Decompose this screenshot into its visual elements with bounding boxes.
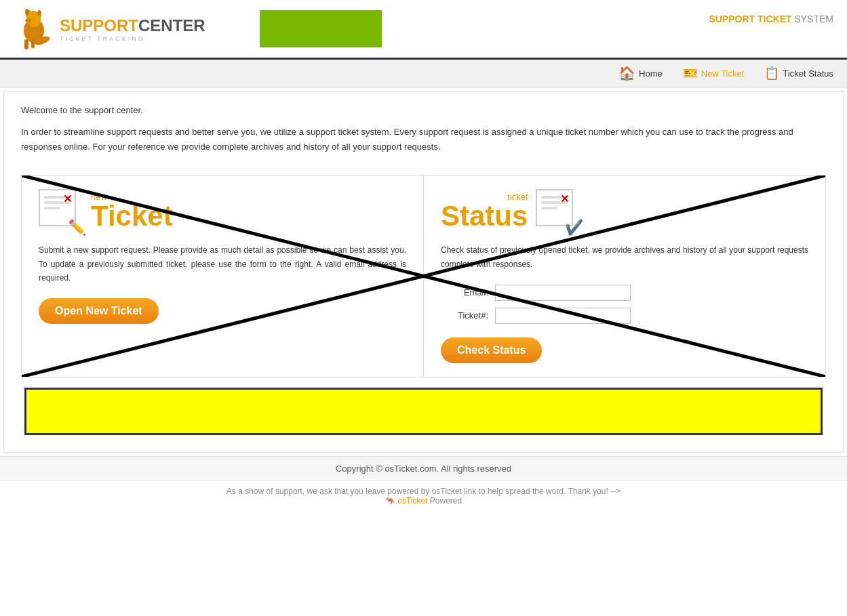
navbar: 🏠 Home 🎫 New Ticket 📋 Ticket Status [0, 60, 847, 87]
nav-ticket-status[interactable]: 📋 Ticket Status [764, 66, 833, 81]
email-input[interactable] [495, 285, 631, 301]
ticket-status-icon: 📋 [764, 66, 779, 81]
ticket-number-input[interactable] [495, 308, 631, 324]
nav-home-label: Home [639, 68, 663, 79]
ticket-number-label: Ticket#: [441, 310, 488, 321]
description-text: In order to streamline support requests … [21, 125, 826, 155]
kangaroo-icon [14, 7, 54, 51]
nav-new-ticket-label: New Ticket [701, 68, 745, 79]
powered-brand-orange: osTicket [397, 496, 427, 506]
green-banner [260, 10, 382, 47]
nav-home[interactable]: 🏠 Home [618, 65, 663, 81]
powered-text: As a show of support, we ask that you le… [226, 487, 621, 496]
ticket-status-col: ticket Status ✕ ✔️ Check s [424, 176, 825, 377]
svg-point-6 [25, 18, 32, 22]
open-new-ticket-button[interactable]: Open New Ticket [39, 298, 159, 324]
osticker-kangaroo-small: 🦘 [385, 496, 395, 506]
ticket-status-big-title: Status [441, 202, 528, 230]
footer-powered: As a show of support, we ask that you le… [0, 480, 847, 511]
svg-rect-8 [31, 39, 35, 48]
nav-new-ticket[interactable]: 🎫 New Ticket [683, 66, 745, 81]
status-ticket-x-mark: ✕ [560, 192, 569, 205]
email-label: Email: [441, 287, 488, 297]
new-ticket-desc: Submit a new support request. Please pro… [39, 243, 406, 285]
email-row: Email: [441, 285, 808, 301]
new-ticket-col: ✕ ✏️ new Ticket Submit a new support req… [22, 176, 424, 377]
system-label: SUPPORT TICKET SYSTEM [709, 14, 833, 24]
copyright-text: Copyright © osTicket.com. All rights res… [336, 464, 511, 474]
brand-text: SUPPORT CENTER TICKET TRACKING [60, 16, 205, 42]
nav-ticket-status-label: Ticket Status [783, 68, 833, 79]
check-status-button[interactable]: Check Status [441, 337, 542, 363]
ticket-status-title-group: ticket Status [441, 192, 528, 230]
brand-tracking: TICKET TRACKING [60, 35, 205, 42]
welcome-text: Welcome to the support center. [21, 105, 826, 115]
system-label-gray: SYSTEM [792, 14, 833, 24]
new-ticket-title-group: new Ticket [91, 192, 173, 230]
brand-support: SUPPORT [60, 16, 138, 35]
new-ticket-header: ✕ ✏️ new Ticket [39, 189, 406, 233]
ticket-status-header: ticket Status ✕ ✔️ [441, 189, 808, 233]
brand-center: CENTER [138, 16, 205, 35]
new-ticket-big-title: Ticket [91, 202, 173, 230]
status-ticket-icon-wrap: ✕ ✔️ [536, 189, 580, 233]
svg-rect-7 [24, 39, 28, 49]
ticket-status-desc: Check status of previously opened ticket… [441, 243, 808, 271]
new-ticket-icon: 🎫 [683, 66, 698, 81]
header: SUPPORT CENTER TICKET TRACKING SUPPORT T… [0, 0, 847, 60]
svg-point-5 [38, 10, 41, 16]
pencil-icon: ✏️ [68, 219, 86, 237]
logo-area: SUPPORT CENTER TICKET TRACKING [14, 7, 205, 51]
two-col-section: ✕ ✏️ new Ticket Submit a new support req… [21, 175, 826, 377]
home-icon: 🏠 [618, 65, 635, 81]
ticket-number-row: Ticket#: [441, 308, 808, 324]
checkmark-icon: ✔️ [565, 219, 583, 237]
system-label-orange: SUPPORT TICKET [709, 14, 791, 24]
main-content: Welcome to the support center. In order … [3, 91, 844, 453]
powered-brand-gray: Powered [427, 496, 462, 506]
ticket-x-mark: ✕ [63, 192, 72, 205]
yellow-highlight-box [24, 388, 823, 435]
svg-point-4 [25, 9, 29, 16]
new-ticket-icon-wrap: ✕ ✏️ [39, 189, 83, 233]
footer-copyright: Copyright © osTicket.com. All rights res… [0, 456, 847, 480]
